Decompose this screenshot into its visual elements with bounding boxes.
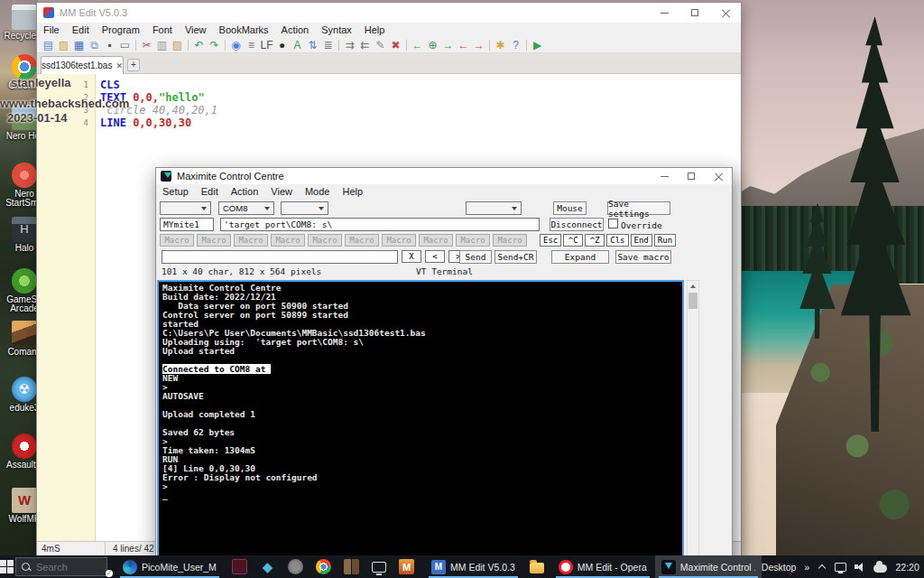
toolbar-chevron-icon[interactable]: »: [804, 562, 809, 573]
sort-icon[interactable]: ⇅: [305, 38, 320, 52]
pinned-app-icon-5[interactable]: [344, 559, 359, 574]
taskbar-button-explorer[interactable]: [523, 555, 550, 578]
disconnect-button[interactable]: Disconnect: [550, 218, 604, 231]
nav-forward-icon[interactable]: →: [440, 38, 456, 52]
find-icon[interactable]: ◉: [228, 38, 244, 52]
maximite-titlebar[interactable]: Maximite Control Centre: [156, 168, 732, 184]
taskbar-button-opera[interactable]: MM Edit - Opera: [552, 555, 653, 578]
send-cr-button[interactable]: Send+CR: [494, 250, 537, 264]
new-tab-button[interactable]: +: [127, 59, 140, 71]
list-icon[interactable]: ≡: [244, 38, 259, 52]
maximize-button[interactable]: [678, 168, 705, 184]
macro-button[interactable]: Macro: [197, 234, 231, 247]
tab-close-icon[interactable]: ✕: [116, 61, 123, 70]
desktop-toolbar-label[interactable]: Desktop: [762, 562, 797, 573]
new-file-icon[interactable]: ▤: [41, 38, 56, 52]
menu-item[interactable]: Help: [336, 186, 369, 197]
menu-item[interactable]: Program: [96, 24, 146, 35]
settings-icon[interactable]: ✱: [493, 38, 508, 52]
macro-button[interactable]: Macro: [308, 234, 342, 247]
menu-item[interactable]: File: [37, 24, 66, 35]
clear-send-button[interactable]: X: [402, 250, 421, 263]
ctrl-z-button[interactable]: ^Z: [585, 234, 605, 247]
vt-terminal[interactable]: Maximite Control CentreBuild date: 2022/…: [157, 280, 684, 578]
tab-ssd1306test1[interactable]: ssd1306test1.bas ✕: [41, 56, 124, 74]
bullet-icon[interactable]: ●: [274, 38, 290, 52]
ctrl-c-button[interactable]: ^C: [563, 234, 583, 247]
menu-item[interactable]: Setup: [156, 186, 195, 197]
save-all-icon[interactable]: ⧉: [87, 38, 102, 52]
minimize-button[interactable]: [649, 3, 679, 23]
target-port-input[interactable]: [220, 218, 540, 231]
toolbar-separator[interactable]: [225, 40, 226, 51]
save-macro-button[interactable]: Save macro: [615, 250, 671, 264]
toolbar-separator[interactable]: [188, 40, 189, 51]
pinned-app-icon-2[interactable]: ◆: [260, 559, 275, 574]
macro-button[interactable]: Macro: [160, 234, 194, 247]
minimize-button[interactable]: [651, 168, 678, 184]
pinned-app-icon-3[interactable]: [288, 559, 303, 574]
macro-button[interactable]: Macro: [493, 234, 527, 247]
copy-icon[interactable]: ▥: [154, 38, 170, 52]
menu-item[interactable]: View: [264, 186, 299, 197]
macro-button[interactable]: Macro: [234, 234, 268, 247]
combo-device[interactable]: [160, 201, 211, 215]
menu-item[interactable]: Font: [146, 24, 179, 35]
pinned-app-icon-1[interactable]: [232, 559, 247, 574]
next-bookmark-icon[interactable]: →: [471, 38, 486, 52]
prev-bookmark-icon[interactable]: ←: [456, 38, 471, 52]
macro-button[interactable]: Macro: [345, 234, 379, 247]
paste-icon[interactable]: ▧: [170, 38, 185, 52]
toolbar-separator[interactable]: [489, 40, 490, 51]
device-name-input[interactable]: [160, 218, 214, 231]
esc-button[interactable]: Esc: [540, 234, 561, 247]
taskbar-button-maximite[interactable]: Maximite Control ...: [655, 555, 762, 578]
cut-icon[interactable]: ✂: [139, 38, 154, 52]
send-button[interactable]: Send: [459, 250, 492, 264]
menu-item[interactable]: Help: [358, 24, 392, 35]
menu-item[interactable]: Edit: [195, 186, 225, 197]
send-command-input[interactable]: [162, 250, 398, 264]
clock[interactable]: 22:20: [895, 562, 919, 573]
mmedit-titlebar[interactable]: MM Edit V5.0.3: [37, 3, 741, 23]
pinned-monitor-icon[interactable]: [372, 562, 386, 573]
pinned-chrome-icon[interactable]: [316, 559, 331, 574]
onedrive-cloud-icon[interactable]: [873, 564, 887, 573]
indent-icon[interactable]: ⇉: [342, 38, 357, 52]
add-bookmark-icon[interactable]: ⊕: [425, 38, 440, 52]
open-file-icon[interactable]: ▨: [56, 38, 71, 52]
line-ending-icon[interactable]: LF: [259, 38, 274, 52]
history-prev-button[interactable]: <: [425, 250, 445, 263]
macro-button[interactable]: Macro: [419, 234, 453, 247]
start-button[interactable]: [0, 555, 14, 578]
end-button[interactable]: End: [631, 234, 652, 247]
mouse-button[interactable]: Mouse: [553, 201, 587, 215]
network-icon[interactable]: [835, 563, 846, 572]
macro-button[interactable]: Macro: [271, 234, 305, 247]
archive-icon[interactable]: ▪: [102, 38, 117, 52]
tray-expand-icon[interactable]: [818, 563, 827, 572]
toolbar-separator[interactable]: [526, 40, 527, 51]
scrollbar-thumb[interactable]: [688, 293, 698, 309]
comment-icon[interactable]: ✎: [373, 38, 388, 52]
menu-item[interactable]: Syntax: [315, 24, 358, 35]
close-button[interactable]: [705, 168, 732, 184]
expand-button[interactable]: Expand: [551, 250, 609, 264]
maximize-button[interactable]: [679, 3, 710, 23]
menu-item[interactable]: View: [179, 24, 213, 35]
menu-item[interactable]: Action: [275, 24, 316, 35]
menu-item[interactable]: BookMarks: [213, 24, 275, 35]
outdent-icon[interactable]: ⇇: [357, 38, 373, 52]
menu-item[interactable]: Mode: [299, 186, 337, 197]
taskbar-button-picomite[interactable]: PicoMite_User_Ma...: [116, 555, 223, 578]
toolbar-separator[interactable]: [135, 40, 136, 51]
uncomment-icon[interactable]: ✖: [388, 38, 403, 52]
nav-back-icon[interactable]: ←: [410, 38, 425, 52]
run-icon[interactable]: ▶: [530, 38, 545, 52]
combo-mode[interactable]: [466, 201, 522, 215]
undo-icon[interactable]: ↶: [191, 38, 207, 52]
run-button[interactable]: Run: [654, 234, 676, 247]
cls-button[interactable]: Cls: [606, 234, 628, 247]
goto-icon[interactable]: ≣: [320, 38, 336, 52]
menu-item[interactable]: Action: [225, 186, 265, 197]
